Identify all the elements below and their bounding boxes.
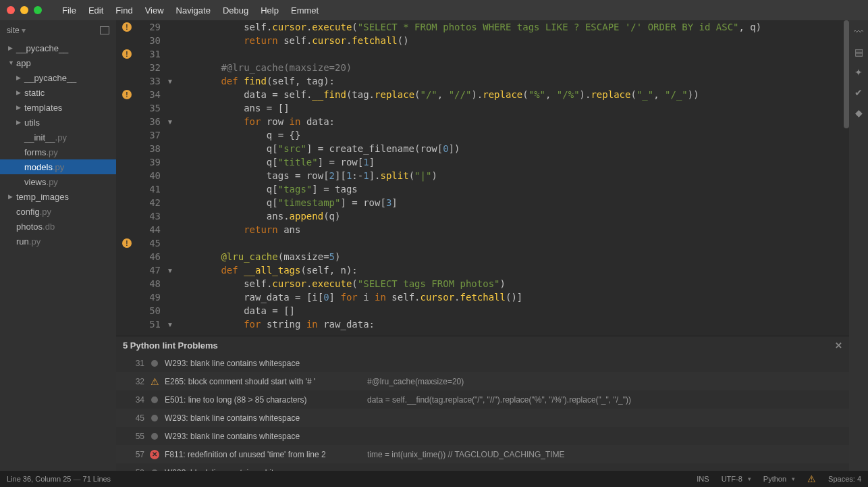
- menu-help[interactable]: Help: [261, 5, 279, 16]
- line-number[interactable]: 30: [138, 34, 161, 47]
- problems-panel: 5 Python lint Problems ✕ 31W293: blank l…: [116, 336, 849, 471]
- lint-gutter-warn-icon[interactable]: !: [122, 49, 132, 59]
- tree-item-__pycache__[interactable]: ▶__pycache__: [0, 41, 116, 55]
- tree-item-forms[interactable]: forms.py: [0, 145, 116, 159]
- line-number[interactable]: 44: [138, 223, 161, 236]
- lint-gutter-warn-icon[interactable]: !: [122, 90, 132, 99]
- line-number[interactable]: 34: [138, 88, 161, 101]
- editor-scrollbar[interactable]: [842, 20, 849, 336]
- right-toolbar: 〰 ▤ ✦ ✔ ◆: [849, 20, 868, 471]
- tree-item-temp_images[interactable]: ▶temp_images: [0, 189, 116, 204]
- language-selector[interactable]: Python: [763, 475, 795, 483]
- cursor-position[interactable]: Line 36, Column 25: [7, 475, 71, 483]
- lint-row[interactable]: 34E501: line too long (88 > 85 character…: [116, 390, 849, 409]
- sidebar: site ▾ ▶__pycache__▼app▶__pycache__▶stat…: [0, 20, 116, 471]
- line-number[interactable]: 40: [138, 169, 161, 182]
- status-bar: Line 36, Column 25 — 71 Lines INS UTF-8 …: [0, 471, 868, 487]
- line-number[interactable]: 36: [138, 115, 161, 128]
- tree-item-utils[interactable]: ▶utils: [0, 115, 116, 130]
- line-number[interactable]: 29: [138, 20, 161, 34]
- fold-toggle[interactable]: ▼: [165, 74, 175, 88]
- maximize-window-button[interactable]: [34, 6, 42, 14]
- menu-debug[interactable]: Debug: [223, 5, 248, 16]
- line-number[interactable]: 32: [138, 61, 161, 74]
- tree-item-run[interactable]: run.py: [0, 234, 116, 249]
- tree-item-static[interactable]: ▶static: [0, 85, 116, 100]
- gutter-line-numbers: 2930313233343536373839404142434445464748…: [138, 20, 165, 336]
- close-panel-button[interactable]: ✕: [835, 340, 842, 351]
- line-number[interactable]: 46: [138, 250, 161, 263]
- line-number[interactable]: 45: [138, 236, 161, 250]
- fold-toggle[interactable]: ▼: [165, 263, 175, 277]
- tree-item-__pycache__[interactable]: ▶__pycache__: [0, 70, 116, 85]
- line-number[interactable]: 35: [138, 101, 161, 115]
- sidebar-toggle-icon[interactable]: [100, 26, 109, 34]
- magic-icon[interactable]: ✦: [852, 66, 865, 78]
- fold-toggle[interactable]: ▼: [165, 115, 175, 128]
- close-window-button[interactable]: [7, 6, 15, 14]
- tree-item-config[interactable]: config.py: [0, 204, 116, 219]
- line-number[interactable]: 39: [138, 155, 161, 169]
- problems-list: 31W293: blank line contains whitespace32…: [116, 354, 849, 471]
- lint-info-icon: [151, 360, 158, 367]
- check-icon[interactable]: ✔: [852, 86, 865, 99]
- lint-gutter-warn-icon[interactable]: !: [122, 22, 132, 32]
- lint-info-icon: [151, 415, 158, 421]
- lint-row[interactable]: 31W293: blank line contains whitespace: [116, 354, 849, 372]
- insert-mode[interactable]: INS: [697, 475, 709, 483]
- lint-row[interactable]: 59W293: blank line contains whitespace: [116, 463, 849, 471]
- menu-find[interactable]: Find: [115, 5, 132, 16]
- line-count: 71 Lines: [83, 475, 111, 483]
- project-name[interactable]: site ▾: [7, 26, 26, 35]
- lint-status-icon[interactable]: ⚠: [807, 473, 816, 484]
- editor-column: !!!! 29303132333435363738394041424344454…: [116, 20, 849, 471]
- minimize-window-button[interactable]: [20, 6, 28, 14]
- menubar: FileEditFindViewNavigateDebugHelpEmmet: [0, 0, 868, 20]
- files-icon[interactable]: ▤: [852, 46, 865, 58]
- menu-navigate[interactable]: Navigate: [176, 5, 211, 16]
- line-number[interactable]: 41: [138, 182, 161, 196]
- line-number[interactable]: 51: [138, 317, 161, 331]
- line-number[interactable]: 48: [138, 277, 161, 290]
- lint-info-icon: [151, 433, 158, 440]
- tree-item-photos[interactable]: photos.db: [0, 219, 116, 234]
- code-editor[interactable]: self.cursor.execute("SELECT * FROM photo…: [175, 20, 849, 336]
- git-icon[interactable]: ◆: [852, 107, 865, 119]
- tree-item-__init__[interactable]: __init__.py: [0, 130, 116, 145]
- lint-warn-icon: ⚠: [151, 376, 159, 387]
- lint-gutter-warn-icon[interactable]: !: [122, 238, 132, 248]
- line-number[interactable]: 47: [138, 263, 161, 277]
- menu-view[interactable]: View: [145, 5, 164, 16]
- encoding-selector[interactable]: UTF-8: [722, 475, 751, 483]
- fold-toggle[interactable]: ▼: [165, 317, 175, 331]
- tree-item-views[interactable]: views.py: [0, 174, 116, 189]
- tree-item-app[interactable]: ▼app: [0, 55, 116, 70]
- lint-error-icon: ✕: [150, 450, 159, 459]
- line-number[interactable]: 37: [138, 128, 161, 142]
- tree-item-models[interactable]: models.py: [0, 159, 116, 174]
- line-number[interactable]: 33: [138, 74, 161, 88]
- sidebar-header: site ▾: [0, 20, 116, 41]
- menu-edit[interactable]: Edit: [88, 5, 103, 16]
- indentation-selector[interactable]: Spaces: 4: [828, 475, 861, 483]
- problems-panel-header: 5 Python lint Problems ✕: [116, 336, 849, 354]
- gutter-marks: !!!!: [116, 20, 138, 336]
- line-number[interactable]: 43: [138, 209, 161, 223]
- line-number[interactable]: 50: [138, 304, 161, 317]
- gutter-folds: ▼▼▼▼: [165, 20, 175, 336]
- menu-file[interactable]: File: [62, 5, 76, 16]
- activity-icon[interactable]: 〰: [852, 26, 865, 38]
- line-number[interactable]: 49: [138, 290, 161, 304]
- lint-row[interactable]: 32⚠E265: block comment should start with…: [116, 372, 849, 390]
- lint-row[interactable]: 57✕F811: redefinition of unused 'time' f…: [116, 445, 849, 463]
- window-traffic-lights: [7, 6, 42, 14]
- line-number[interactable]: 31: [138, 47, 161, 61]
- tree-item-templates[interactable]: ▶templates: [0, 100, 116, 115]
- lint-info-icon: [151, 396, 158, 403]
- line-number[interactable]: 38: [138, 142, 161, 155]
- lint-row[interactable]: 45W293: blank line contains whitespace: [116, 409, 849, 427]
- lint-row[interactable]: 55W293: blank line contains whitespace: [116, 427, 849, 445]
- menu-emmet[interactable]: Emmet: [291, 5, 319, 16]
- line-number[interactable]: 42: [138, 196, 161, 209]
- lint-info-icon: [151, 469, 158, 471]
